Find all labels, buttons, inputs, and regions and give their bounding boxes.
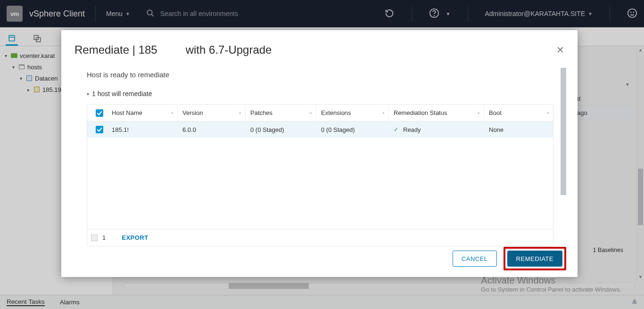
table-row[interactable]: 185.1! 6.0.0 0 (0 Staged) 0 (0 Staged) ✓…	[87, 122, 553, 138]
cell-extensions: 0 (0 Staged)	[316, 126, 389, 133]
modal-title-left: Remediate | 185	[74, 43, 157, 57]
hosts-table: Host Name▾ Version▾ Patches▾ Extensions▾…	[87, 104, 553, 246]
table-header: Host Name▾ Version▾ Patches▾ Extensions▾…	[87, 105, 553, 122]
filter-icon[interactable]: ▾	[478, 111, 480, 115]
filter-icon[interactable]: ▾	[310, 111, 312, 115]
filter-icon[interactable]: ▾	[171, 111, 173, 115]
chevron-down-icon: ▾	[87, 91, 89, 97]
cell-version: 6.0.0	[178, 126, 246, 133]
checkbox-icon[interactable]	[96, 109, 103, 117]
checkbox-icon[interactable]	[96, 126, 103, 133]
remediate-button[interactable]: REMEDIATE	[507, 251, 562, 267]
th-boot[interactable]: Boot▾	[484, 105, 553, 121]
check-icon: ✓	[394, 126, 398, 133]
filter-icon[interactable]: ▾	[239, 111, 241, 115]
cell-hostname: 185.1!	[107, 126, 178, 133]
th-version[interactable]: Version▾	[178, 105, 246, 121]
expander-label: 1 host will remediate	[92, 90, 152, 98]
filter-icon[interactable]: ▾	[547, 111, 549, 115]
close-icon[interactable]: ✕	[556, 44, 564, 56]
modal-header: Remediate | 185 with 6.7-Upgrade ✕	[61, 30, 578, 68]
th-checkbox[interactable]	[87, 105, 107, 121]
modal-vertical-scrollbar[interactable]	[561, 68, 566, 195]
export-link[interactable]: EXPORT	[117, 231, 153, 244]
th-status[interactable]: Remediation Status▾	[389, 105, 484, 121]
th-hostname[interactable]: Host Name▾	[107, 105, 178, 121]
modal-body: Host is ready to remediate ▾ 1 host will…	[61, 68, 578, 247]
cell-boot: None	[484, 126, 553, 133]
remediate-modal: Remediate | 185 with 6.7-Upgrade ✕ Host …	[61, 30, 578, 277]
filter-icon[interactable]: ▾	[382, 111, 385, 115]
highlight-ring: REMEDIATE	[504, 247, 566, 270]
row-checkbox[interactable]	[87, 126, 107, 133]
cancel-button[interactable]: CANCEL	[453, 251, 497, 267]
cell-status: ✓Ready	[389, 126, 484, 133]
expander-hosts[interactable]: ▾ 1 host will remediate	[87, 90, 559, 98]
modal-title-right: with 6.7-Upgrade	[186, 43, 272, 57]
modal-title: Remediate | 185 with 6.7-Upgrade	[74, 43, 272, 57]
status-message: Host is ready to remediate	[87, 71, 559, 79]
row-count: 1	[102, 234, 106, 241]
cell-patches: 0 (0 Staged)	[246, 126, 316, 133]
th-extensions[interactable]: Extensions▾	[316, 105, 389, 121]
th-patches[interactable]: Patches▾	[246, 105, 316, 121]
modal-footer: CANCEL REMEDIATE	[453, 247, 566, 270]
scrollbar-grip[interactable]	[561, 68, 566, 195]
checkbox-disabled-icon	[91, 235, 98, 241]
